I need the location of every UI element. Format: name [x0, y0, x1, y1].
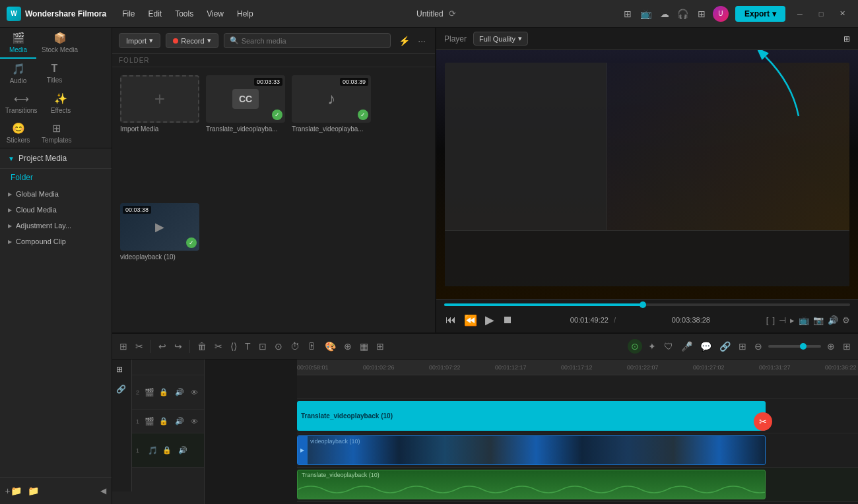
collapse-panel-button[interactable]: ◀ [100, 486, 106, 495]
sidebar-item-adjustment[interactable]: ▶ Adjustment Lay... [0, 218, 112, 234]
sidebar-item-compound-clip[interactable]: ▶ Compound Clip [0, 234, 112, 249]
record-button[interactable]: Record ▾ [166, 33, 218, 48]
track-mute-icon-2[interactable]: 🔊 [173, 416, 186, 426]
user-avatar[interactable]: U [713, 6, 729, 22]
link-button[interactable]: 🔗 [717, 339, 733, 354]
video-clip-1[interactable]: ▶ videoplayback (10) [297, 435, 766, 465]
timeline-ruler[interactable]: 00:00:58:01 00:01:02:26 00:01:07:22 00:0… [297, 360, 858, 375]
zoom-handle[interactable] [800, 343, 807, 350]
tab-stock-media[interactable]: 📦 Stock Media [36, 28, 83, 59]
crop-button[interactable]: ⊡ [257, 339, 269, 354]
track-lock-icon-2[interactable]: 🔒 [157, 416, 170, 426]
track-visible-icon[interactable]: 👁 [189, 388, 200, 397]
menu-file[interactable]: File [117, 7, 140, 21]
insert-icon[interactable]: ⊣ [779, 315, 786, 325]
audio-clip-1[interactable]: Translate_videoplayback (10) [297, 470, 766, 499]
toolbar-icon-3[interactable]: ☁ [657, 7, 672, 21]
stabilize-button[interactable]: ⊕ [342, 339, 354, 354]
fullscreen-icon[interactable]: ⊞ [843, 34, 850, 44]
video-clip-2[interactable]: Translate_videoplayback (10) [297, 401, 766, 431]
captions-button[interactable]: 💬 [698, 339, 713, 354]
toggle-speed-button[interactable]: ⊙ [628, 339, 642, 354]
filter-icon[interactable]: ⚡ [396, 34, 412, 47]
text-button[interactable]: T [243, 339, 253, 354]
settings-icon[interactable]: ⚙ [842, 315, 850, 325]
tab-templates[interactable]: ⊞ Templates [36, 118, 77, 148]
render-preview-icon[interactable]: 📺 [799, 315, 809, 325]
tab-media[interactable]: 🎬 Media [0, 28, 36, 59]
search-box[interactable]: 🔍 [224, 33, 391, 48]
toolbar-icon-1[interactable]: ⊞ [620, 7, 635, 21]
list-item[interactable]: + Import Media [120, 75, 199, 197]
tab-stickers[interactable]: 😊 Stickers [0, 118, 36, 148]
sidebar-item-global-media[interactable]: ▶ Global Media [0, 186, 112, 202]
minimize-button[interactable]: ─ [791, 7, 809, 21]
audio-mute-icon[interactable]: 🔊 [176, 445, 189, 455]
ai-button[interactable]: ⊞ [737, 339, 748, 354]
delete-button[interactable]: 🗑 [195, 339, 209, 354]
track-visible-icon-2[interactable]: 👁 [189, 417, 200, 426]
more-options-icon[interactable]: ··· [415, 34, 428, 47]
mask-button[interactable]: 🛡 [662, 339, 675, 354]
skip-back-button[interactable]: ⏮ [444, 313, 457, 327]
list-item[interactable]: 00:03:38 ▶ ✓ videoplayback (10) [120, 203, 199, 325]
tab-audio[interactable]: 🎵 Audio [0, 59, 36, 88]
snap-button[interactable]: ⊞ [117, 339, 129, 354]
undo-button[interactable]: ↩ [156, 339, 168, 354]
menu-edit[interactable]: Edit [143, 7, 167, 21]
toolbar-icon-2[interactable]: 📺 [639, 7, 653, 21]
audio-lock-icon[interactable]: 🔒 [160, 445, 174, 455]
tab-titles[interactable]: T Titles [36, 59, 73, 88]
add-track-icon[interactable]: ⊞ [112, 360, 131, 379]
sidebar-item-cloud-media[interactable]: ▶ Cloud Media [0, 202, 112, 218]
split-button[interactable]: ⟨⟩ [228, 339, 239, 354]
step-back-button[interactable]: ⏪ [463, 313, 478, 328]
import-button[interactable]: Import ▾ [119, 33, 160, 48]
timer-button[interactable]: ⏱ [288, 339, 302, 354]
cut-button[interactable]: ✂ [213, 339, 224, 354]
progress-handle[interactable] [640, 301, 646, 308]
menu-help[interactable]: Help [232, 7, 259, 21]
motion-button[interactable]: ▦ [358, 339, 370, 354]
tab-transitions[interactable]: ⟷ Transitions [0, 88, 43, 118]
zoom-slider[interactable] [768, 345, 821, 348]
zoom-in-button[interactable]: ⊕ [825, 339, 837, 354]
track-mute-icon[interactable]: 🔊 [173, 387, 186, 397]
menu-tools[interactable]: Tools [170, 7, 199, 21]
quality-selector[interactable]: Full Quality ▾ [473, 32, 528, 46]
redo-button[interactable]: ↪ [172, 339, 184, 354]
color-button[interactable]: 🎨 [323, 339, 338, 354]
tab-effects[interactable]: ✨ Effects [43, 88, 79, 118]
zoom-out-button[interactable]: ⊖ [752, 339, 764, 354]
stop-button[interactable]: ⏹ [501, 313, 514, 327]
volume-icon[interactable]: 🔊 [828, 315, 838, 325]
mark-in-icon[interactable]: [ [766, 315, 769, 325]
toolbar-icon-4[interactable]: 🎧 [676, 7, 690, 21]
effect-button[interactable]: ✦ [646, 339, 658, 354]
magnet-button[interactable]: ✂ [133, 339, 145, 354]
record-tl-button[interactable]: 🎤 [679, 339, 694, 354]
play-button[interactable]: ▶ [484, 311, 496, 329]
overwrite-icon[interactable]: ▸ [790, 315, 795, 325]
project-media-header[interactable]: ▼ Project Media [0, 148, 112, 169]
menu-view[interactable]: View [201, 7, 229, 21]
remove-button[interactable]: 📁 [25, 483, 41, 499]
list-item[interactable]: 00:03:33 CC ✓ Translate_videoplayba... [206, 75, 285, 197]
link-track-icon[interactable]: 🔗 [112, 379, 131, 399]
close-button[interactable]: ✕ [833, 7, 851, 21]
speed-button[interactable]: ⊙ [273, 339, 284, 354]
audio-button[interactable]: 🎚 [306, 339, 319, 354]
cut-overlay-button[interactable]: ✂ [754, 412, 772, 431]
export-button[interactable]: Export ▾ [735, 6, 785, 22]
scissors-icon[interactable]: ✂ [754, 412, 772, 431]
snapshot-icon[interactable]: 📷 [813, 315, 824, 325]
list-item[interactable]: 00:03:39 ♪ ✓ Translate_videoplayba... [292, 75, 371, 197]
add-folder-button[interactable]: +📁 [5, 483, 21, 499]
maximize-button[interactable]: □ [812, 7, 830, 21]
grid-view-button[interactable]: ⊞ [841, 339, 853, 354]
search-input[interactable] [242, 37, 385, 45]
track-lock-icon[interactable]: 🔒 [157, 387, 170, 397]
more-button[interactable]: ⊞ [374, 339, 386, 354]
folder-link[interactable]: Folder [0, 169, 112, 186]
toolbar-icon-5[interactable]: ⊞ [694, 7, 709, 21]
